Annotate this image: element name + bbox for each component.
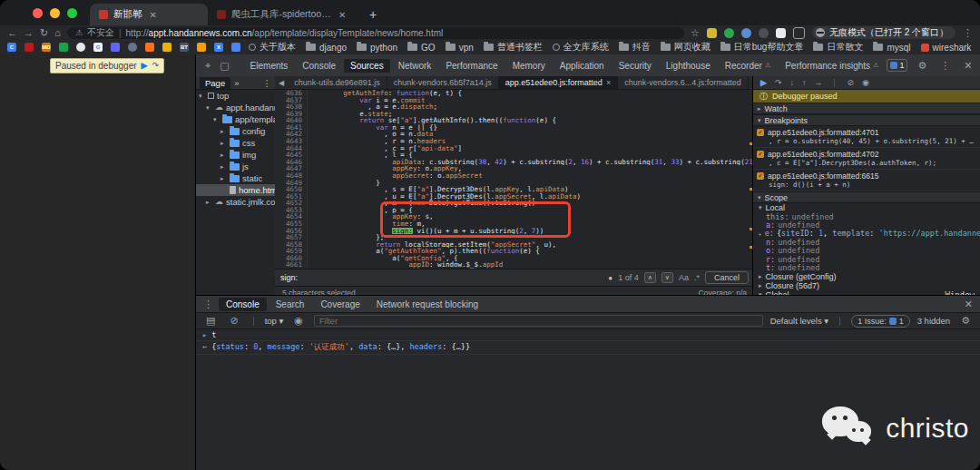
tab-list-icon[interactable]: ◀	[275, 79, 288, 87]
code-line[interactable]: 4636 getAuthInfo: function(e, t) {	[275, 90, 754, 97]
code-line[interactable]: 4661 appID: window.$_$.appId	[275, 261, 754, 269]
tree-expand-icon[interactable]: ▸	[220, 163, 227, 171]
devtools-tab-performance[interactable]: Performance	[439, 59, 504, 73]
bookmark-item[interactable]: vpn	[446, 43, 474, 53]
scope-variable[interactable]: o: undefined	[753, 247, 980, 255]
browser-menu-icon[interactable]: ⋮	[963, 28, 973, 38]
back-icon[interactable]: ←	[7, 28, 17, 38]
search-next-icon[interactable]: ∨	[662, 272, 673, 283]
code-line[interactable]: 4656 sign: vi()(u + m + u.substring(2, 7…	[275, 228, 754, 235]
tree-item-img[interactable]: ▸img	[196, 149, 275, 161]
devtools-tab-performance-insights[interactable]: Performance insights⚠	[779, 59, 885, 73]
code-line[interactable]: 4649 }	[275, 180, 754, 187]
code-line[interactable]: 4651 , u = E["a"].Decrypt3Des(l.appSecre…	[275, 193, 754, 201]
bookmark-item[interactable]: mysql	[873, 43, 910, 53]
bookmark-favicon-gitlab[interactable]	[145, 43, 154, 52]
close-file-tab-icon[interactable]: ×	[606, 78, 611, 87]
code-line[interactable]: 4640 return se["a"].getAuthInfo().then((…	[275, 117, 754, 124]
bookmark-item[interactable]: 普通书签栏	[484, 41, 543, 54]
context-selector[interactable]: top ▾	[265, 316, 284, 326]
tree-expand-icon[interactable]: ▸	[220, 140, 227, 147]
bookmark-favicon-red-app[interactable]	[24, 43, 34, 52]
step-over-icon[interactable]: ↷	[152, 62, 159, 70]
breakpoint-item[interactable]: ✓app.e51edee0.js:formatted:4702, c = E["…	[753, 148, 980, 170]
bookmark-item[interactable]: 全文库系统	[553, 41, 609, 54]
live-expression-icon[interactable]: ◉	[290, 315, 307, 327]
bookmark-favicon-markdown[interactable]: MD	[42, 43, 51, 52]
close-tab-icon[interactable]: ✕	[337, 10, 348, 20]
devtools-tab-sources[interactable]: Sources	[344, 59, 390, 73]
step-over-icon[interactable]: ↷	[775, 79, 782, 87]
bookmark-favicon-bt[interactable]: BT	[180, 43, 189, 52]
code-line[interactable]: 4652 , m = (new Date).getTime().toString…	[275, 200, 754, 207]
scope-variable[interactable]: this: undefined	[753, 212, 980, 220]
code-line[interactable]: 4648 appSecret: o.appSecret	[275, 172, 754, 180]
devtools-close-icon[interactable]: ✕	[960, 60, 975, 72]
line-number[interactable]: 4661	[275, 261, 308, 269]
new-tab-button[interactable]: +	[369, 7, 377, 22]
tree-item-css[interactable]: ▸css	[196, 137, 275, 149]
file-tab[interactable]: app.e51edee0.js:formatted×	[499, 76, 618, 89]
tree-expand-icon[interactable]: ▾	[213, 116, 220, 123]
devtools-tab-application[interactable]: Application	[554, 59, 611, 73]
devtools-tab-security[interactable]: Security	[612, 59, 658, 73]
tree-item-static[interactable]: ▸static	[196, 172, 275, 184]
devtools-tab-memory[interactable]: Memory	[506, 59, 552, 73]
bookmark-favicon-blue-flower[interactable]	[231, 43, 240, 52]
drawer-tab-coverage[interactable]: Coverage	[313, 298, 367, 311]
console-sidebar-icon[interactable]: ▤	[202, 315, 219, 327]
bookmark-favicon-github[interactable]	[76, 43, 85, 52]
bookmark-item[interactable]: 抖音	[619, 41, 651, 54]
resume-script-icon[interactable]: ▶	[142, 62, 148, 70]
close-tab-icon[interactable]: ✕	[148, 10, 159, 20]
deactivate-breakpoints-icon[interactable]: ⊘	[847, 79, 854, 87]
bookmark-item[interactable]: GO	[407, 43, 436, 53]
scope-variable[interactable]: n: undefined	[753, 238, 980, 246]
console-filter-input[interactable]	[314, 315, 763, 327]
tree-item-js[interactable]: ▸js	[196, 161, 275, 172]
extension-icon-green[interactable]	[724, 28, 734, 38]
bookmark-favicon-gold-bird[interactable]	[162, 43, 172, 52]
drawer-tab-console[interactable]: Console	[219, 298, 267, 311]
code-line[interactable]: 4643 , r = n.headers	[275, 138, 754, 145]
navigator-overflow-icon[interactable]: »	[234, 78, 239, 88]
match-case-toggle[interactable]: Aa	[679, 273, 689, 282]
bookmark-favicon-blue-c[interactable]: C	[7, 43, 16, 52]
scope-variable[interactable]: a: undefined	[753, 220, 980, 229]
tree-expand-icon[interactable]: ▸	[220, 175, 227, 182]
scope-closure-header[interactable]: ▸Closure (getConfig)	[753, 272, 980, 281]
log-levels-selector[interactable]: Default levels ▾	[770, 316, 828, 326]
extension-icon-square[interactable]	[793, 27, 805, 39]
code-line[interactable]: 4653 , p = {	[275, 207, 754, 214]
devtools-tab-elements[interactable]: Elements	[244, 59, 295, 73]
drawer-tab-network-request-blocking[interactable]: Network request blocking	[369, 298, 485, 311]
bookmark-item[interactable]: wireshark	[921, 43, 972, 53]
tree-expand-icon[interactable]: ▾	[206, 104, 212, 112]
scope-variable[interactable]: ▸e: {siteID: 1, template: 'https://appt.…	[753, 230, 980, 238]
breakpoint-item[interactable]: ✓app.e51edee0.js:formatted:4701, r = o.s…	[753, 126, 980, 148]
bookmark-favicon-globe-dark[interactable]	[128, 43, 137, 52]
code-line[interactable]: 4660 a("getConfig", {	[275, 255, 754, 262]
not-secure-icon[interactable]: ⚠	[75, 28, 83, 37]
code-line[interactable]: 4647 appKey: o.appKey,	[275, 165, 754, 172]
code-line[interactable]: 4639 e.state;	[275, 111, 754, 118]
breakpoint-item[interactable]: ✓app.e51edee0.js:formatted:6615sign: d()…	[753, 170, 980, 191]
bookmark-favicon-paw-orange[interactable]	[197, 43, 206, 52]
code-line[interactable]: 4655 time: m,	[275, 220, 754, 228]
search-cancel-button[interactable]: Cancel	[705, 271, 749, 284]
device-toolbar-icon[interactable]: ▢	[216, 60, 232, 72]
forward-icon[interactable]: →	[24, 28, 34, 38]
watch-section-header[interactable]: ▸ Watch	[753, 103, 980, 114]
code-line[interactable]: 4654 appKey: s,	[275, 213, 754, 220]
breakpoints-section-header[interactable]: ▾ Breakpoints	[753, 114, 980, 126]
browser-tab[interactable]: 爬虫工具库-spidertools.cn ✕	[208, 4, 362, 25]
drawer-close-icon[interactable]: ✕	[961, 299, 976, 310]
extension-icon-avatar[interactable]	[759, 28, 769, 38]
tree-expand-icon[interactable]: ▸	[220, 128, 227, 135]
drawer-menu-icon[interactable]: ⋮	[200, 299, 217, 310]
omnibox[interactable]: ⚠ 不安全 | http://appt.handannews.com.cn/ap…	[67, 27, 684, 39]
tree-expand-icon[interactable]: ▸	[206, 199, 212, 206]
devtools-tab-lighthouse[interactable]: Lighthouse	[660, 59, 717, 73]
breakpoint-checkbox[interactable]: ✓	[757, 151, 764, 158]
drawer-tab-search[interactable]: Search	[269, 298, 312, 311]
